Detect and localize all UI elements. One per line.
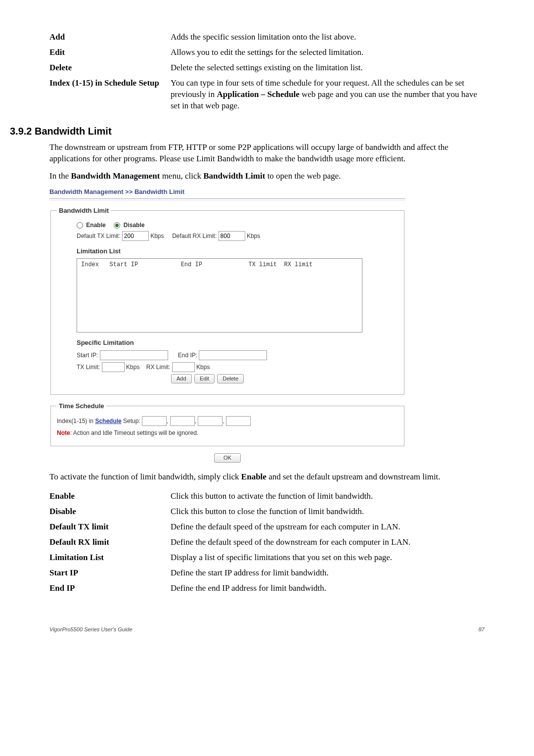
input-tx-limit[interactable] — [102, 362, 125, 372]
desc-default-tx: Define the default speed of the upstream… — [171, 520, 485, 535]
desc-enable: Click this button to activate the functi… — [171, 489, 485, 504]
term-delete: Delete — [49, 60, 171, 76]
desc-delete: Delete the selected settings existing on… — [171, 60, 485, 76]
desc-edit: Allows you to edit the settings for the … — [171, 45, 485, 60]
row-defaults: Default TX Limit: Kbps Default RX Limit:… — [77, 231, 398, 241]
label-default-tx: Default TX Limit: — [77, 233, 120, 239]
section-heading: 3.9.2 Bandwidth Limit — [10, 125, 485, 138]
footer: VigorPro5500 Series User's Guide 87 — [49, 626, 485, 633]
input-end-ip[interactable] — [199, 350, 267, 360]
fieldset-time-schedule: Time Schedule Index(1-15) in Schedule Se… — [50, 402, 404, 447]
label-start-ip: Start IP: — [77, 352, 98, 359]
para-open: In the Bandwidth Management menu, click … — [49, 171, 485, 182]
term-schedule: Index (1-15) in Schedule Setup — [49, 76, 171, 114]
term-default-tx: Default TX limit — [49, 520, 171, 535]
term-edit: Edit — [49, 45, 171, 60]
para-open-a: In the — [49, 171, 71, 181]
label-kbps-3: Kbps — [126, 364, 139, 371]
scr-title: Bandwidth Management >> Bandwidth Limit — [49, 188, 405, 196]
ok-button[interactable]: OK — [214, 453, 241, 463]
screenshot: Bandwidth Management >> Bandwidth Limit … — [49, 188, 405, 463]
desc-add: Adds the specific session limitation ont… — [171, 30, 485, 45]
input-start-ip[interactable] — [100, 350, 168, 360]
term-end-ip: End IP — [49, 581, 171, 596]
label-rx-limit: RX Limit: — [146, 364, 171, 371]
term-disable: Disable — [49, 504, 171, 520]
scr-divider — [49, 198, 405, 200]
row-schedule: Index(1-15) in Schedule Setup: , , , — [57, 416, 398, 426]
edit-button[interactable]: Edit — [194, 374, 215, 383]
desc-start-ip: Define the start IP address for limit ba… — [171, 566, 485, 581]
label-sched-a: Index(1-15) in — [57, 418, 95, 425]
para-activate-b: Enable — [241, 472, 267, 481]
label-sched-b: Setup: — [122, 418, 140, 425]
term-start-ip: Start IP — [49, 566, 171, 581]
para-activate-c: and set the default upstream and downstr… — [267, 472, 441, 481]
term-add: Add — [49, 30, 171, 45]
legend-bandwidth-limit: Bandwidth Limit — [57, 206, 111, 215]
schedule-link[interactable]: Schedule — [95, 418, 121, 425]
label-kbps-4: Kbps — [196, 364, 210, 371]
desc-limitation-list: Display a list of specific limitations t… — [171, 550, 485, 566]
term-limitation-list: Limitation List — [49, 550, 171, 566]
footer-right: 87 — [479, 626, 485, 633]
term-enable: Enable — [49, 489, 171, 504]
para-intro: The downstream or upstream from FTP, HTT… — [49, 142, 485, 165]
label-kbps-2: Kbps — [247, 233, 260, 239]
para-activate-a: To activate the function of limit bandwi… — [49, 472, 241, 481]
label-specific-limitation: Specific Limitation — [77, 338, 398, 347]
listbox-limitation[interactable]: Index Start IP End IP TX limit RX limit — [77, 258, 362, 332]
label-enable: Enable — [86, 222, 105, 229]
label-kbps-1: Kbps — [150, 233, 164, 239]
input-default-rx[interactable] — [219, 231, 245, 241]
desc-end-ip: Define the end IP address for limit band… — [171, 581, 485, 596]
note-line: Note: Action and Idle Timeout settings w… — [57, 429, 398, 437]
desc-disable: Click this button to close the function … — [171, 504, 485, 520]
desc-schedule-bold: Application – Schedule — [217, 90, 300, 99]
para-open-b: Bandwidth Management — [71, 171, 160, 181]
input-sched-1[interactable] — [142, 416, 167, 426]
legend-time-schedule: Time Schedule — [57, 402, 106, 411]
desc-default-rx: Define the default speed of the downstre… — [171, 535, 485, 550]
label-limitation-list: Limitation List — [77, 247, 398, 256]
row-enable-disable: Enable Disable — [77, 221, 398, 229]
fieldset-bandwidth-limit: Bandwidth Limit Enable Disable Default T… — [50, 206, 404, 395]
row-buttons: Add Edit Delete — [171, 374, 398, 383]
note-text: : Action and Idle Timeout settings will … — [70, 429, 198, 436]
row-limits: TX Limit: Kbps RX Limit: Kbps — [77, 362, 398, 372]
delete-button[interactable]: Delete — [217, 374, 244, 383]
note-label: Note — [57, 429, 70, 436]
desc-schedule: You can type in four sets of time schedu… — [171, 76, 485, 114]
input-sched-4[interactable] — [226, 416, 251, 426]
para-activate: To activate the function of limit bandwi… — [49, 472, 485, 483]
para-open-c: menu, click — [160, 171, 203, 181]
label-default-rx: Default RX Limit: — [172, 233, 217, 239]
para-open-e: to open the web page. — [265, 171, 341, 181]
input-rx-limit[interactable] — [172, 362, 195, 372]
footer-left: VigorPro5500 Series User's Guide — [49, 626, 133, 633]
term-default-rx: Default RX limit — [49, 535, 171, 550]
row-ip: Start IP: End IP: — [77, 350, 398, 360]
radio-enable[interactable] — [77, 222, 83, 229]
label-tx-limit: TX Limit: — [77, 364, 100, 371]
input-sched-3[interactable] — [198, 416, 222, 426]
input-default-tx[interactable] — [122, 231, 149, 241]
label-disable: Disable — [124, 222, 145, 229]
add-button[interactable]: Add — [171, 374, 192, 383]
label-end-ip: End IP: — [178, 352, 197, 359]
radio-disable[interactable] — [114, 222, 120, 229]
input-sched-2[interactable] — [170, 416, 195, 426]
para-open-d: Bandwidth Limit — [203, 171, 265, 181]
